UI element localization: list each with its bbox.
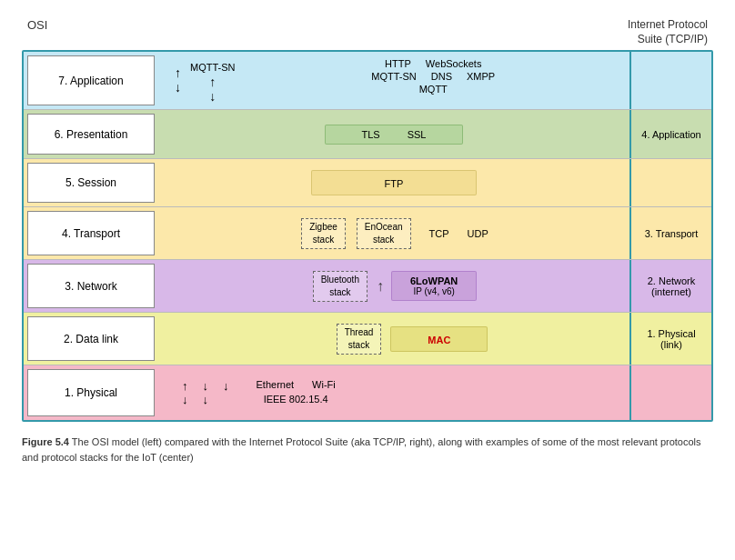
datalink-protocols-area: Threadstack MAC <box>158 313 629 365</box>
diagram-container: OSI Internet ProtocolSuite (TCP/IP) 7. A… <box>22 18 713 465</box>
layer-session-row: 5. Session FTP <box>24 159 711 207</box>
tcpip-physical-row7 <box>629 365 711 420</box>
tls-ssl-band: TLS SSL <box>325 125 464 145</box>
zigbee-stack: Zigbeestack <box>301 218 346 249</box>
osi-header-label: OSI <box>24 18 47 46</box>
caption-text: The OSI model (left) compared with the I… <box>22 436 701 463</box>
6lowpan-label: 6LoWPAN <box>410 275 458 286</box>
tls-label: TLS <box>362 129 380 140</box>
layer-network-row: 3. Network Bluetoothstack ↑ 6LoWPAN IP (… <box>24 260 711 313</box>
layer-presentation-row: 6. Presentation TLS SSL 4. Application <box>24 110 711 159</box>
figure-number: Figure 5.4 <box>22 436 69 447</box>
transport-protocols-area: Zigbeestack EnOceanstack TCP UDP <box>158 207 629 259</box>
ip-v4v6-label: IP (v4, v6) <box>410 286 458 296</box>
6lowpan-band: 6LoWPAN IP (v4, v6) <box>391 271 477 301</box>
osi-session-label: 5. Session <box>27 163 155 203</box>
tcpip-header-label: Internet ProtocolSuite (TCP/IP) <box>628 18 711 46</box>
osi-transport-label: 4. Transport <box>27 211 155 255</box>
layer-transport-row: 4. Transport Zigbeestack EnOceanstack TC… <box>24 207 711 260</box>
tcpip-transport-label: 3. Transport <box>629 207 711 259</box>
tcpip-1-physical-link: 1. Physical(link) <box>647 328 695 350</box>
tcpip-3-transport: 3. Transport <box>645 228 699 239</box>
mac-band: MAC <box>390 326 488 352</box>
osi-transport-cell: 4. Transport <box>24 207 158 259</box>
tcpip-session-empty <box>629 159 711 206</box>
physical-arrows-group: ↑↓ ↓↓ ↓ <box>182 379 229 406</box>
osi-datalink-cell: 2. Data link <box>24 313 158 365</box>
osi-network-cell: 3. Network <box>24 260 158 312</box>
osi-network-label: 3. Network <box>27 264 155 308</box>
enocean-stack: EnOceanstack <box>357 218 411 249</box>
osi-physical-cell: 1. Physical <box>24 365 158 420</box>
tcpip-4-application: 4. Application <box>641 129 700 140</box>
physical-protocols: Ethernet Wi-Fi IEEE 802.15.4 <box>257 379 336 406</box>
xmpp-label: DNS <box>431 71 452 82</box>
osi-application-label: 7. Application <box>27 55 155 105</box>
websockets-label: WebSockets <box>426 58 482 69</box>
tcpip-network-label: 2. Network(internet) <box>629 260 711 312</box>
osi-tcpip-diagram: 7. Application ↑ ↓ MQTT-SN ↑ <box>22 50 713 422</box>
mqtt-label: XMPP <box>467 71 495 82</box>
http-label: HTTP <box>385 58 411 69</box>
osi-datalink-label: 2. Data link <box>27 316 155 361</box>
network-protocols-area: Bluetoothstack ↑ 6LoWPAN IP (v4, v6) <box>158 260 629 312</box>
udp-label: UDP <box>468 228 488 239</box>
figure-caption: Figure 5.4 The OSI model (left) compared… <box>22 435 713 465</box>
mqtt-sn-label: MQTT-SN ↑ ↓ <box>190 62 236 104</box>
session-protocols-area: FTP <box>158 159 629 206</box>
osi-application-cell: 7. Application <box>24 52 158 109</box>
osi-presentation-cell: 6. Presentation <box>24 110 158 158</box>
ftp-band: FTP <box>311 170 478 195</box>
tcp-udp-group: TCP UDP <box>429 228 488 239</box>
application-protocols-area: ↑ ↓ MQTT-SN ↑ ↓ <box>158 52 629 109</box>
dns-label: MQTT-SN <box>371 71 417 82</box>
network-up-arrow: ↑ <box>377 278 384 295</box>
layer-physical-row: 1. Physical ↑↓ ↓↓ ↓ <box>24 365 711 420</box>
osi-presentation-label: 6. Presentation <box>27 114 155 155</box>
wifi-label: Wi-Fi <box>312 379 336 390</box>
tcpip-2-network: 2. Network(internet) <box>648 275 696 297</box>
thread-stack: Threadstack <box>337 324 382 355</box>
tcp-label: TCP <box>429 228 449 239</box>
osi-session-cell: 5. Session <box>24 159 158 206</box>
ftp-label: FTP <box>385 178 404 189</box>
bluetooth-stack: Bluetoothstack <box>313 271 368 302</box>
ieee-label: IEEE 802.15.4 <box>264 394 328 405</box>
layer-datalink-row: 2. Data link Threadstack MAC 1. Physical… <box>24 313 711 365</box>
ethernet-label: Ethernet <box>257 379 295 390</box>
coap-label: MQTT <box>419 84 448 95</box>
physical-arrows-row: ↑↓ ↓↓ ↓ Ethernet Wi-Fi <box>164 379 624 406</box>
arrow-1: ↑ ↓ <box>175 65 181 95</box>
osi-physical-label: 1. Physical <box>27 369 155 416</box>
presentation-protocols-area: TLS SSL <box>158 110 629 158</box>
layer-application-row: 7. Application ↑ ↓ MQTT-SN ↑ <box>24 52 711 110</box>
center-app-protocols: HTTP WebSockets MQTT-SN DNS XMPP MQTT <box>245 58 623 95</box>
tcpip-application-label: 4. Application <box>629 110 711 158</box>
tcpip-app-row1 <box>629 52 711 109</box>
ssl-label: SSL <box>408 129 427 140</box>
physical-protocols-area: ↑↓ ↓↓ ↓ Ethernet Wi-Fi <box>158 365 629 420</box>
tcpip-physical-link-label: 1. Physical(link) <box>629 313 711 365</box>
mac-label: MAC <box>428 335 450 345</box>
